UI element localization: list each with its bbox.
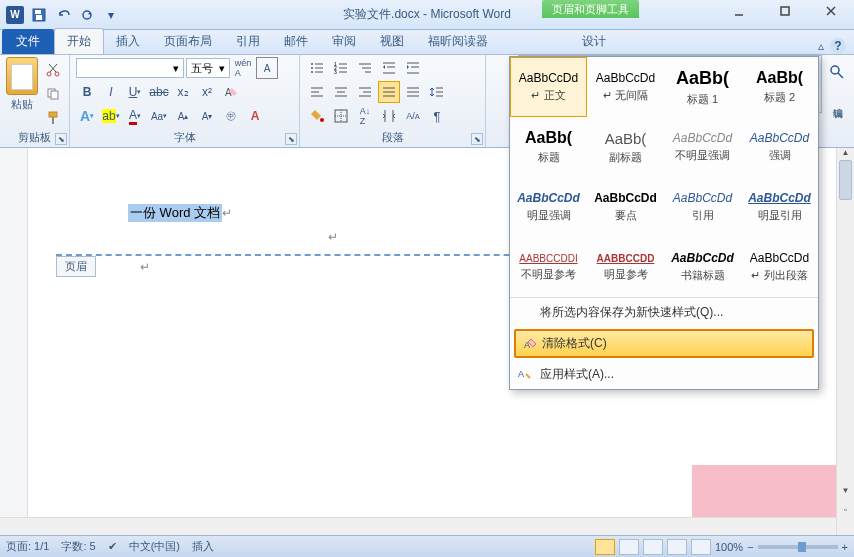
style-grid-item[interactable]: AABBCCDD明显参考 bbox=[587, 237, 664, 297]
align-right-button[interactable] bbox=[354, 81, 376, 103]
distributed-button[interactable] bbox=[402, 81, 424, 103]
style-grid-item[interactable]: AaBb(副标题 bbox=[587, 117, 664, 177]
style-grid-item[interactable]: AaBb(标题 bbox=[510, 117, 587, 177]
numbering-button[interactable]: 123 bbox=[330, 57, 352, 79]
clipboard-launcher[interactable]: ⬊ bbox=[55, 133, 67, 145]
style-grid-item[interactable]: AaBbCcDd明显引用 bbox=[741, 177, 818, 237]
status-words[interactable]: 字数: 5 bbox=[61, 539, 95, 554]
style-grid-item[interactable]: AaBb(标题 2 bbox=[741, 57, 818, 117]
status-page[interactable]: 页面: 1/1 bbox=[6, 539, 49, 554]
enclose-char-button[interactable]: ㊥ bbox=[220, 105, 242, 127]
view-full-screen[interactable] bbox=[619, 539, 639, 555]
style-grid-item[interactable]: AaBbCcDd强调 bbox=[741, 117, 818, 177]
status-mode[interactable]: 插入 bbox=[192, 539, 214, 554]
char-border-button[interactable]: A bbox=[256, 57, 278, 79]
paragraph-launcher[interactable]: ⬊ bbox=[471, 133, 483, 145]
show-marks-button[interactable]: A/A bbox=[402, 105, 424, 127]
style-grid-item[interactable]: AaBbCcDd不明显强调 bbox=[664, 117, 741, 177]
maximize-button[interactable] bbox=[762, 0, 808, 22]
replace-label[interactable]: 编辑 bbox=[826, 89, 848, 111]
style-grid-item[interactable]: AaBbCcDd书籍标题 bbox=[664, 237, 741, 297]
char-shading-button[interactable]: Aa▾ bbox=[148, 105, 170, 127]
grow-font-button[interactable]: A▴ bbox=[172, 105, 194, 127]
view-draft[interactable] bbox=[691, 539, 711, 555]
tab-review[interactable]: 审阅 bbox=[320, 29, 368, 54]
highlight-button[interactable]: ab▾ bbox=[100, 105, 122, 127]
tab-view[interactable]: 视图 bbox=[368, 29, 416, 54]
view-outline[interactable] bbox=[667, 539, 687, 555]
minimize-button[interactable] bbox=[716, 0, 762, 22]
style-grid-item[interactable]: AABBCCDDI不明显参考 bbox=[510, 237, 587, 297]
underline-button[interactable]: U▾ bbox=[124, 81, 146, 103]
status-zoom[interactable]: 100% bbox=[715, 541, 743, 553]
app-icon[interactable]: W bbox=[4, 4, 26, 26]
format-painter-button[interactable] bbox=[42, 107, 64, 129]
style-grid-item[interactable]: AaBbCcDd引用 bbox=[664, 177, 741, 237]
horizontal-scrollbar[interactable] bbox=[0, 517, 836, 535]
qat-customize[interactable]: ▾ bbox=[100, 4, 122, 26]
zoom-out-button[interactable]: − bbox=[747, 541, 753, 553]
zoom-in-button[interactable]: + bbox=[842, 541, 848, 553]
tab-insert[interactable]: 插入 bbox=[104, 29, 152, 54]
paste-button[interactable]: 粘贴 bbox=[6, 57, 38, 130]
style-grid-item[interactable]: AaBb(标题 1 bbox=[664, 57, 741, 117]
close-button[interactable] bbox=[808, 0, 854, 22]
zoom-slider[interactable] bbox=[758, 545, 838, 549]
undo-button[interactable] bbox=[52, 4, 74, 26]
clear-formatting-button[interactable]: A bbox=[220, 81, 242, 103]
cut-button[interactable] bbox=[42, 59, 64, 81]
vscroll-thumb[interactable] bbox=[839, 160, 852, 200]
font-size-combo[interactable]: 五号▾ bbox=[186, 58, 230, 78]
borders-button[interactable] bbox=[330, 105, 352, 127]
status-proofing-icon[interactable]: ✔ bbox=[108, 540, 117, 553]
font-launcher[interactable]: ⬊ bbox=[285, 133, 297, 145]
align-left-button[interactable] bbox=[306, 81, 328, 103]
subscript-button[interactable]: x₂ bbox=[172, 81, 194, 103]
tab-mailings[interactable]: 邮件 bbox=[272, 29, 320, 54]
line-spacing-button[interactable] bbox=[426, 81, 448, 103]
vertical-scrollbar[interactable]: ▲ ▼ ◦ bbox=[836, 148, 854, 535]
bullets-button[interactable] bbox=[306, 57, 328, 79]
status-language[interactable]: 中文(中国) bbox=[129, 539, 180, 554]
strikethrough-button[interactable]: abc bbox=[148, 81, 170, 103]
ribbon-minimize-icon[interactable]: ▵ bbox=[818, 39, 824, 53]
copy-button[interactable] bbox=[42, 83, 64, 105]
font-color-button[interactable]: A▾ bbox=[124, 105, 146, 127]
text-effects-button[interactable]: A▾ bbox=[76, 105, 98, 127]
style-grid-item[interactable]: AaBbCcDd要点 bbox=[587, 177, 664, 237]
save-as-quick-style[interactable]: 将所选内容保存为新快速样式(Q)... bbox=[510, 298, 818, 327]
tab-references[interactable]: 引用 bbox=[224, 29, 272, 54]
redo-button[interactable] bbox=[76, 4, 98, 26]
style-grid-item[interactable]: AaBbCcDd明显强调 bbox=[510, 177, 587, 237]
justify-button[interactable] bbox=[378, 81, 400, 103]
find-button[interactable] bbox=[826, 61, 848, 83]
zoom-thumb[interactable] bbox=[798, 542, 806, 552]
style-grid-item[interactable]: AaBbCcDd↵ 列出段落 bbox=[741, 237, 818, 297]
paragraph-marks-button[interactable]: ¶ bbox=[426, 105, 448, 127]
decrease-indent-button[interactable] bbox=[378, 57, 400, 79]
shading-button[interactable] bbox=[306, 105, 328, 127]
sort-button[interactable]: A↓Z bbox=[354, 105, 376, 127]
file-tab[interactable]: 文件 bbox=[2, 29, 54, 54]
view-web-layout[interactable] bbox=[643, 539, 663, 555]
view-print-layout[interactable] bbox=[595, 539, 615, 555]
italic-button[interactable]: I bbox=[100, 81, 122, 103]
tab-layout[interactable]: 页面布局 bbox=[152, 29, 224, 54]
style-grid-item[interactable]: AaBbCcDd↵ 无间隔 bbox=[587, 57, 664, 117]
tab-design-context[interactable]: 设计 bbox=[570, 29, 618, 54]
help-icon[interactable]: ? bbox=[830, 38, 846, 54]
shrink-font-button[interactable]: A▾ bbox=[196, 105, 218, 127]
header-text-selected[interactable]: 一份 Word 文档 bbox=[128, 204, 222, 222]
asian-layout-button[interactable] bbox=[378, 105, 400, 127]
increase-indent-button[interactable] bbox=[402, 57, 424, 79]
apply-style-menu-item[interactable]: A 应用样式(A)... bbox=[510, 360, 818, 389]
phonetic-guide-button[interactable]: wénA bbox=[232, 57, 254, 79]
tab-home[interactable]: 开始 bbox=[54, 28, 104, 54]
superscript-button[interactable]: x² bbox=[196, 81, 218, 103]
font-name-combo[interactable]: ▾ bbox=[76, 58, 184, 78]
save-button[interactable] bbox=[28, 4, 50, 26]
style-grid-item[interactable]: AaBbCcDd↵ 正文 bbox=[510, 57, 587, 117]
change-case-button[interactable]: A bbox=[244, 105, 266, 127]
bold-button[interactable]: B bbox=[76, 81, 98, 103]
tab-foxit[interactable]: 福昕阅读器 bbox=[416, 29, 500, 54]
